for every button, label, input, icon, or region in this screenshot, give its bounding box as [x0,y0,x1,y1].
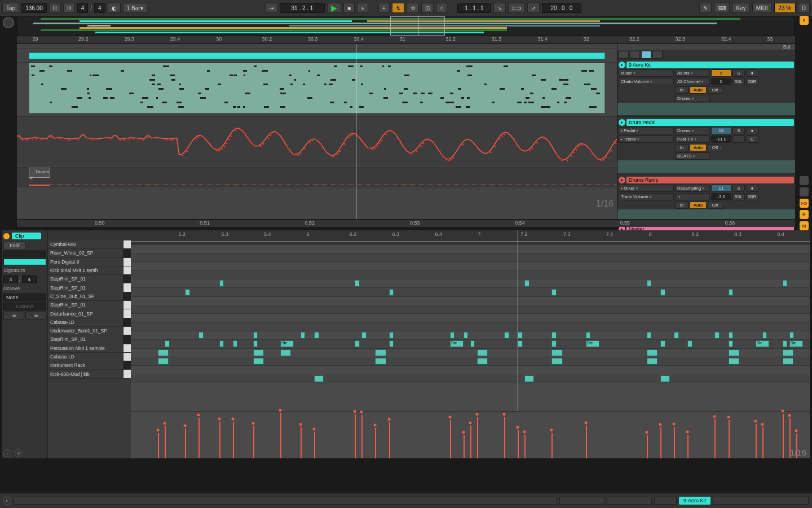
midi-note[interactable] [524,102,527,103]
velocity-handle[interactable] [387,418,390,421]
clip-loop-brace[interactable] [131,241,810,244]
midi-note[interactable] [464,332,468,339]
piano-key[interactable] [123,275,131,283]
midi-note[interactable] [330,79,337,81]
midi-note[interactable] [389,340,394,347]
solo-button[interactable]: S [732,69,745,77]
midi-note[interactable] [200,97,203,99]
output-route[interactable]: BEATS [675,152,710,160]
monitor-in-button[interactable]: In [675,144,689,151]
velocity-handle[interactable] [448,415,451,418]
velocity-marker[interactable] [504,417,505,458]
midi-note[interactable] [420,102,423,103]
io-selector[interactable]: All Ins [675,69,710,77]
velocity-marker[interactable] [518,430,519,458]
monitor-off-button[interactable]: Off [708,202,722,209]
grid-lane[interactable] [131,253,810,262]
drum-lane-name[interactable]: StepRim_SP_01 [48,302,123,308]
monitor-off-button[interactable]: Off [708,144,722,151]
midi-note[interactable] [524,280,529,287]
pan-l[interactable]: 50L [732,193,745,200]
device-slot[interactable] [607,497,652,505]
midi-note[interactable] [157,84,161,85]
pan-r[interactable]: 50R [746,193,758,200]
midi-note[interactable] [551,340,556,347]
automation-breakpoint[interactable] [147,136,149,138]
grid-lane[interactable] [131,271,810,279]
track-number[interactable]: 10 [711,127,731,134]
track-fold-icon[interactable]: ▸ [619,62,625,68]
automation-breakpoint[interactable] [235,129,237,132]
automation-breakpoint[interactable] [587,146,589,148]
midi-note[interactable] [233,340,237,347]
midi-note[interactable] [714,332,719,339]
midi-note[interactable] [551,349,562,356]
piano-key[interactable] [123,283,131,291]
automation-breakpoint[interactable] [531,147,533,150]
piano-key[interactable] [123,318,131,326]
midi-note[interactable] [557,102,559,103]
automation-breakpoint[interactable] [573,151,575,154]
automation-breakpoint[interactable] [172,139,174,141]
loop-toggle-icon[interactable]: ⊏⊐ [508,3,525,13]
midi-note[interactable] [563,79,568,81]
midi-note[interactable] [290,84,293,85]
midi-note[interactable] [90,75,91,76]
midi-note[interactable] [660,340,665,347]
midi-note[interactable] [542,97,545,99]
automation-breakpoint[interactable] [40,138,42,141]
grid-lane[interactable] [131,366,810,374]
automation-breakpoint[interactable] [165,139,167,141]
midi-note[interactable] [532,75,536,76]
midi-note[interactable] [524,375,534,382]
midi-note[interactable] [449,102,454,103]
session-record-icon[interactable]: ○ [436,3,447,13]
track-fold-icon[interactable]: ▸ [619,119,625,126]
midi-note[interactable] [762,332,767,339]
velocity-lane[interactable]: 1279664321 1/16 [131,411,810,458]
velocity-handle[interactable] [279,409,281,412]
midi-note[interactable] [404,75,409,76]
browser-toggle-icon[interactable] [3,17,14,28]
midi-note[interactable] [361,332,366,339]
midi-note[interactable] [303,84,305,85]
overdub-icon[interactable]: + [378,3,390,13]
arrangement-tracks[interactable]: ... Drums R 1/16 [17,44,617,219]
velocity-marker[interactable] [674,427,675,458]
device-activator-icon[interactable]: ▸ [3,497,11,505]
metronome-toggle-icon[interactable]: ◐ [108,3,121,13]
midi-note[interactable] [729,349,739,356]
device-name[interactable]: 9-Aero Kit [679,497,710,505]
velocity-handle[interactable] [251,422,254,424]
velocity-handle[interactable] [476,413,479,416]
midi-note[interactable] [329,84,333,85]
midi-note[interactable] [375,349,386,356]
clip-drums-rsmp[interactable]: ... Drums R [29,168,50,178]
midi-note-grid[interactable]: 5.25.35.466.26.36.477.27.37.488.28.38.4 … [131,230,810,458]
velocity-handle[interactable] [646,431,648,433]
grid-lane[interactable] [131,349,810,357]
midi-note[interactable] [457,70,460,72]
midi-note[interactable] [589,70,594,72]
piano-key[interactable] [123,344,131,352]
clip-color-swatch[interactable] [3,251,46,257]
grid-lane[interactable] [131,305,810,314]
drum-lane-name[interactable]: StepRim_SP_01 [48,285,123,291]
time-ruler[interactable]: 0:500:510:520:530:540:550:56 [17,219,795,227]
automation-breakpoint[interactable] [416,150,418,152]
automation-breakpoint[interactable] [381,139,383,142]
midi-note[interactable] [382,65,384,67]
clip-color-selected[interactable] [3,259,46,265]
velocity-handle[interactable] [164,422,166,424]
velocity-marker[interactable] [301,427,302,458]
midi-note[interactable] [521,88,524,90]
db-value[interactable]: -11.0 [711,135,731,143]
midi-note[interactable] [266,70,268,72]
monitor-auto-button[interactable]: Auto [690,202,707,209]
midi-note-labeled[interactable]: Ste [756,340,769,347]
drum-lane-name[interactable]: Disturbance_01_SP [48,311,123,317]
output-route[interactable]: Drums [675,95,710,102]
midi-note[interactable] [789,332,794,339]
pan-r[interactable]: C [746,135,758,143]
midi-note[interactable] [237,106,240,108]
